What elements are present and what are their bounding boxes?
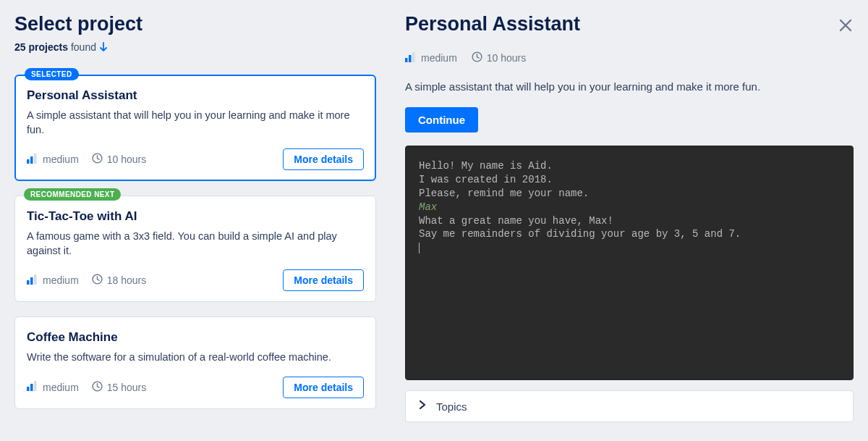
terminal-line: Max bbox=[419, 201, 840, 214]
difficulty-icon bbox=[27, 381, 38, 393]
terminal-line: Say me remainders of dividing your age b… bbox=[419, 227, 840, 241]
svg-rect-9 bbox=[30, 384, 33, 391]
continue-button[interactable]: Continue bbox=[405, 107, 478, 133]
project-title: Personal Assistant bbox=[27, 88, 364, 103]
project-description: Write the software for a simulation of a… bbox=[27, 350, 364, 365]
svg-rect-6 bbox=[34, 274, 37, 285]
clock-icon bbox=[92, 381, 103, 394]
detail-meta: medium 10 hours bbox=[405, 51, 854, 64]
project-count-number: 25 projects bbox=[14, 41, 68, 53]
svg-rect-1 bbox=[30, 156, 33, 164]
detail-title: Personal Assistant bbox=[405, 13, 854, 35]
detail-time: 10 hours bbox=[487, 52, 526, 64]
clock-icon bbox=[472, 51, 482, 64]
project-card[interactable]: SELECTEDPersonal AssistantA simple assis… bbox=[14, 75, 376, 181]
topics-label: Topics bbox=[436, 400, 467, 413]
svg-rect-10 bbox=[34, 381, 37, 391]
svg-rect-0 bbox=[27, 159, 30, 164]
terminal-output: Hello! My name is Aid.I was created in 2… bbox=[405, 146, 854, 380]
project-card[interactable]: Coffee MachineWrite the software for a s… bbox=[14, 316, 376, 409]
difficulty-icon bbox=[405, 52, 417, 64]
project-time: 18 hours bbox=[107, 274, 146, 286]
svg-rect-2 bbox=[34, 154, 37, 164]
cursor-icon bbox=[419, 243, 420, 253]
project-meta: medium18 hours bbox=[27, 274, 146, 287]
svg-rect-13 bbox=[409, 55, 412, 62]
detail-difficulty: medium bbox=[421, 52, 457, 64]
project-count: 25 projects found bbox=[14, 41, 376, 53]
difficulty-icon bbox=[27, 154, 38, 166]
project-difficulty: medium bbox=[43, 154, 79, 165]
svg-rect-12 bbox=[405, 58, 408, 62]
project-title: Coffee Machine bbox=[27, 330, 364, 345]
project-badge: RECOMMENDED NEXT bbox=[24, 188, 121, 201]
more-details-button[interactable]: More details bbox=[283, 148, 364, 170]
project-title: Tic-Tac-Toe with AI bbox=[27, 209, 364, 224]
topics-accordion[interactable]: Topics bbox=[405, 390, 854, 422]
close-icon[interactable] bbox=[838, 17, 854, 36]
terminal-line: What a great name you have, Max! bbox=[419, 214, 840, 228]
page-title: Select project bbox=[14, 13, 376, 35]
terminal-line: Please, remind me your name. bbox=[419, 187, 840, 201]
project-difficulty: medium bbox=[43, 274, 79, 286]
svg-rect-4 bbox=[27, 280, 30, 285]
terminal-line: I was created in 2018. bbox=[419, 173, 840, 187]
project-meta: medium10 hours bbox=[27, 153, 146, 166]
clock-icon bbox=[92, 153, 103, 166]
terminal-line: Hello! My name is Aid. bbox=[419, 159, 840, 173]
project-time: 10 hours bbox=[107, 154, 146, 165]
svg-rect-8 bbox=[27, 387, 30, 391]
more-details-button[interactable]: More details bbox=[283, 377, 364, 398]
difficulty-icon bbox=[27, 274, 38, 287]
project-time: 15 hours bbox=[107, 382, 146, 393]
project-count-rest: found bbox=[71, 41, 96, 53]
project-meta: medium15 hours bbox=[27, 381, 146, 394]
terminal-cursor-line bbox=[419, 241, 840, 255]
project-difficulty: medium bbox=[43, 382, 79, 393]
project-badge: SELECTED bbox=[25, 68, 79, 80]
project-description: A simple assistant that will help you in… bbox=[27, 109, 364, 137]
more-details-button[interactable]: More details bbox=[283, 269, 364, 291]
project-card[interactable]: RECOMMENDED NEXTTic-Tac-Toe with AIA fam… bbox=[14, 196, 376, 302]
detail-description: A simple assistant that will help you in… bbox=[405, 80, 854, 93]
chevron-right-icon bbox=[419, 400, 426, 413]
svg-rect-14 bbox=[412, 52, 415, 62]
clock-icon bbox=[92, 274, 103, 287]
sort-arrow-down-icon[interactable] bbox=[99, 42, 108, 52]
project-description: A famous game with a 3x3 field. You can … bbox=[27, 230, 364, 258]
svg-rect-5 bbox=[30, 277, 33, 285]
